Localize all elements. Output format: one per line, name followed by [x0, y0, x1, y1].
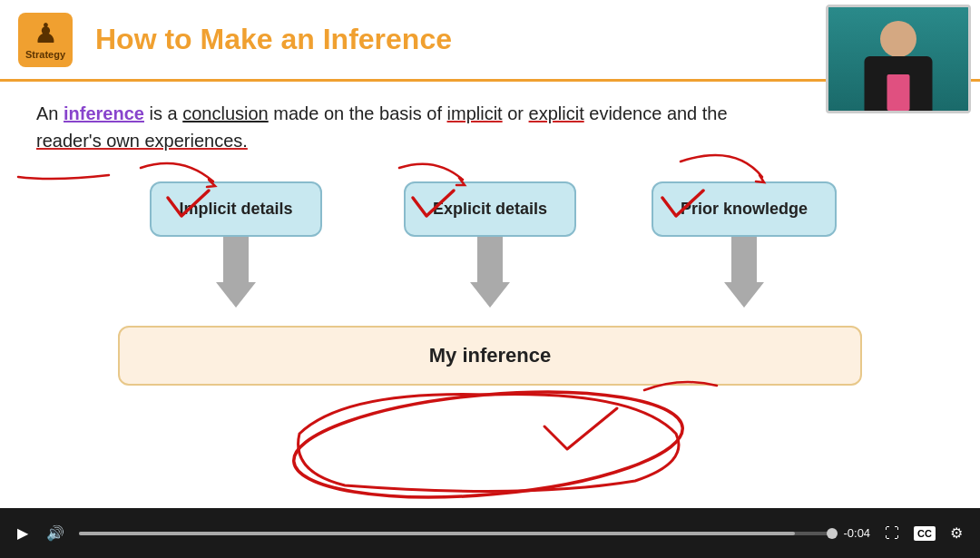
slide-area: ♟ Strategy How to Make an Inference An i…: [0, 0, 980, 508]
progress-dot: [827, 528, 838, 539]
implicit-underline: implicit: [447, 103, 503, 123]
implicit-column: Implicit details: [127, 181, 345, 308]
prior-column: Prior knowledge: [635, 181, 853, 308]
prior-label: Prior knowledge: [681, 200, 808, 218]
fullscreen-button[interactable]: ⛶: [881, 522, 903, 545]
explicit-arrow-head: [470, 282, 510, 308]
strategy-icon: ♟ Strategy: [18, 13, 73, 67]
strategy-label: Strategy: [25, 49, 65, 60]
cc-badge[interactable]: CC: [914, 526, 936, 541]
definition-text: An inference is a conclusion made on the…: [36, 100, 944, 154]
slide-title: How to Make an Inference: [95, 23, 452, 56]
boxes-row: Implicit details Explicit details: [36, 181, 944, 308]
controls-bar: ▶ 🔊 -0:04 ⛶ CC ⚙: [0, 508, 980, 558]
inference-box: My inference: [118, 326, 862, 386]
explicit-box: Explicit details: [404, 181, 576, 237]
fullscreen-icon: ⛶: [885, 525, 899, 541]
explicit-arrow-shaft: [477, 237, 503, 282]
video-container: ♟ Strategy How to Make an Inference An i…: [0, 0, 980, 558]
prior-arrow-shaft: [731, 237, 757, 282]
implicit-arrow-head: [216, 282, 256, 308]
progress-bar[interactable]: [79, 532, 832, 535]
volume-button[interactable]: 🔊: [43, 521, 68, 545]
inference-box-wrapper: My inference: [36, 326, 944, 386]
progress-fill: [79, 532, 795, 535]
experiences-underline: reader's own experiences.: [36, 131, 248, 151]
person-head: [880, 21, 916, 57]
webcam-overlay: [826, 5, 971, 113]
volume-icon: 🔊: [46, 525, 64, 541]
explicit-column: Explicit details: [381, 181, 599, 308]
prior-box: Prior knowledge: [652, 181, 837, 237]
slide-content: An inference is a conclusion made on the…: [0, 82, 980, 404]
settings-button[interactable]: ⚙: [946, 521, 966, 545]
explicit-underline: explicit: [529, 103, 584, 123]
explicit-label: Explicit details: [433, 200, 547, 218]
prior-arrow-head: [724, 282, 764, 308]
inference-label: My inference: [429, 344, 552, 367]
conclusion-underline: conclusion: [182, 103, 269, 123]
chess-piece-icon: ♟: [34, 20, 58, 47]
implicit-box: Implicit details: [150, 181, 321, 237]
play-icon: ▶: [17, 525, 28, 541]
time-display: -0:04: [843, 526, 870, 540]
implicit-arrow-shaft: [223, 237, 249, 282]
inference-highlight: inference: [64, 103, 144, 123]
settings-icon: ⚙: [950, 525, 963, 541]
play-button[interactable]: ▶: [14, 521, 32, 545]
webcam-person: [828, 7, 968, 111]
implicit-label: Implicit details: [179, 200, 292, 218]
